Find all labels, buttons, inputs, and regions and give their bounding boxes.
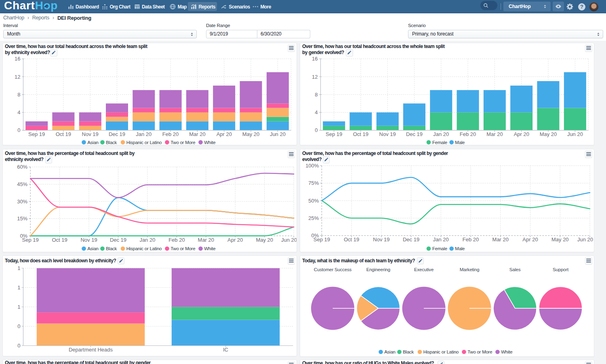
svg-text:60%: 60%: [17, 164, 27, 170]
svg-text:Feb 20: Feb 20: [162, 131, 178, 137]
svg-text:Two or More: Two or More: [170, 140, 195, 145]
svg-text:Black: Black: [106, 140, 117, 145]
svg-text:16: 16: [15, 56, 20, 62]
svg-text:Asian: Asian: [87, 246, 99, 251]
svg-text:Asian: Asian: [87, 140, 99, 145]
svg-text:Asian: Asian: [384, 349, 396, 354]
svg-text:Feb 20: Feb 20: [168, 236, 185, 243]
svg-text:Jan 20: Jan 20: [433, 236, 448, 243]
svg-text:Nov 19: Nov 19: [373, 236, 389, 243]
svg-text:Jan 20: Jan 20: [136, 131, 152, 137]
svg-text:Marketing: Marketing: [459, 267, 479, 272]
svg-text:Male: Male: [455, 140, 465, 145]
svg-text:Hispanic or Latino: Hispanic or Latino: [423, 349, 459, 354]
svg-text:15%: 15%: [17, 215, 27, 222]
svg-text:50%: 50%: [308, 197, 319, 203]
svg-text:Jun 20: Jun 20: [269, 131, 285, 137]
svg-text:100%: 100%: [305, 163, 319, 169]
svg-text:Dec 19: Dec 19: [406, 131, 422, 137]
svg-text:Jun 20: Jun 20: [577, 236, 593, 243]
svg-text:White: White: [204, 140, 215, 145]
svg-text:Apr 20: Apr 20: [522, 236, 538, 243]
svg-text:Black: Black: [403, 349, 414, 354]
svg-text:Department Heads: Department Heads: [68, 347, 113, 353]
svg-text:Mar 20: Mar 20: [492, 236, 508, 243]
svg-text:1: 1: [17, 285, 20, 291]
svg-text:Hispanic or Latino: Hispanic or Latino: [126, 246, 162, 251]
svg-text:Dec 19: Dec 19: [108, 131, 125, 137]
svg-text:1: 1: [17, 304, 20, 310]
svg-text:8: 8: [315, 92, 318, 98]
svg-text:Two or More: Two or More: [467, 349, 492, 354]
svg-text:4: 4: [17, 109, 20, 115]
svg-text:Oct 19: Oct 19: [52, 236, 67, 243]
svg-text:12: 12: [15, 74, 20, 80]
svg-text:Sep 19: Sep 19: [22, 236, 38, 243]
svg-text:Nov 19: Nov 19: [379, 131, 396, 137]
svg-text:Oct 19: Oct 19: [55, 131, 71, 137]
svg-text:Jan 20: Jan 20: [139, 236, 155, 243]
svg-text:Customer Success: Customer Success: [314, 267, 351, 272]
svg-text:Sep 19: Sep 19: [313, 236, 330, 243]
svg-text:Dec 19: Dec 19: [402, 236, 419, 243]
svg-text:Hispanic or Latino: Hispanic or Latino: [126, 140, 162, 145]
svg-text:Male: Male: [455, 246, 465, 251]
svg-text:May 20: May 20: [242, 131, 259, 137]
svg-text:4: 4: [315, 109, 318, 115]
svg-text:45%: 45%: [17, 181, 27, 187]
svg-text:Oct 19: Oct 19: [343, 236, 359, 243]
svg-text:Feb 20: Feb 20: [462, 236, 478, 243]
svg-text:May 20: May 20: [256, 236, 273, 243]
svg-text:Nov 19: Nov 19: [82, 131, 98, 137]
svg-text:0: 0: [17, 323, 20, 329]
svg-text:IC: IC: [223, 347, 228, 353]
svg-text:Apr 20: Apr 20: [227, 236, 243, 243]
svg-text:Jun 20: Jun 20: [567, 131, 583, 137]
svg-text:Mar 20: Mar 20: [486, 131, 503, 137]
svg-text:Support: Support: [553, 267, 569, 272]
svg-text:Sep 19: Sep 19: [326, 131, 342, 137]
svg-text:Nov 19: Nov 19: [80, 236, 97, 243]
svg-text:30%: 30%: [17, 198, 27, 204]
svg-text:May 20: May 20: [551, 236, 568, 243]
svg-text:Engineering: Engineering: [366, 267, 390, 272]
svg-text:Jan 20: Jan 20: [433, 131, 449, 137]
svg-text:Apr 20: Apr 20: [216, 131, 231, 137]
svg-text:8: 8: [17, 92, 20, 98]
svg-text:Mar 20: Mar 20: [189, 131, 205, 137]
svg-text:Apr 20: Apr 20: [513, 131, 529, 137]
svg-text:Feb 20: Feb 20: [459, 131, 476, 137]
svg-text:0: 0: [17, 343, 20, 349]
svg-text:0: 0: [17, 127, 20, 133]
svg-text:Two or More: Two or More: [170, 246, 195, 251]
svg-text:Dec 19: Dec 19: [109, 236, 126, 243]
svg-text:White: White: [204, 246, 215, 251]
svg-text:Sales: Sales: [509, 267, 520, 272]
svg-text:Sep 19: Sep 19: [28, 131, 45, 137]
svg-text:Mar 20: Mar 20: [198, 236, 214, 243]
svg-text:May 20: May 20: [539, 131, 557, 137]
svg-text:Jun 20: Jun 20: [281, 236, 297, 243]
svg-text:16: 16: [312, 56, 318, 62]
svg-text:25%: 25%: [308, 215, 319, 221]
svg-text:Executive: Executive: [414, 267, 433, 272]
svg-text:White: White: [501, 349, 512, 354]
svg-text:1: 1: [17, 265, 20, 271]
svg-text:75%: 75%: [308, 180, 319, 186]
svg-text:Oct 19: Oct 19: [353, 131, 368, 137]
svg-text:0: 0: [315, 127, 318, 133]
svg-text:Female: Female: [432, 246, 447, 251]
svg-text:Black: Black: [106, 246, 117, 251]
svg-text:Female: Female: [432, 140, 447, 145]
svg-text:12: 12: [312, 74, 318, 80]
